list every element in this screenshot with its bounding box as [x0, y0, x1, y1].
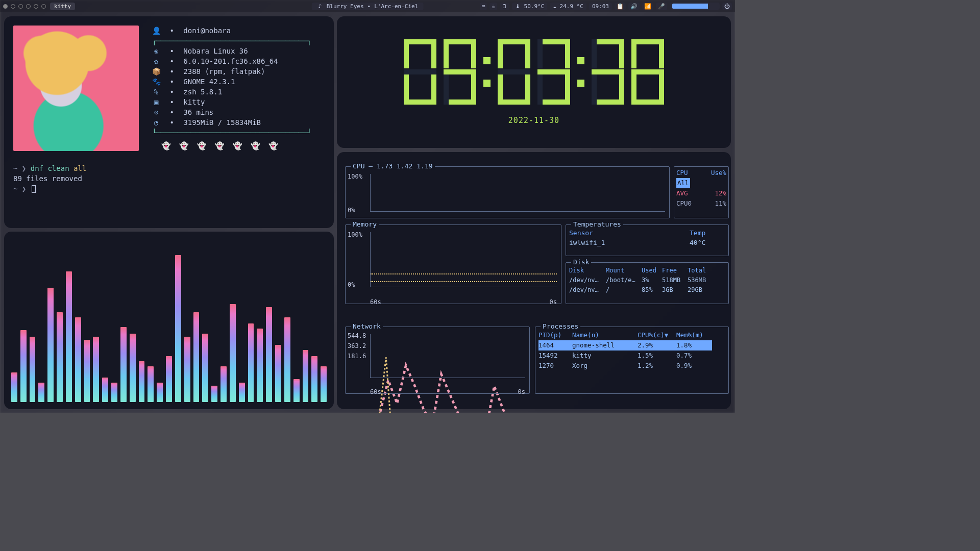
system-monitor-panel[interactable]: CPU — 1.73 1.42 1.19 100% 0% CPUUse% All…: [337, 152, 731, 409]
info-value: zsh 5.8.1: [183, 87, 222, 97]
weather-widget[interactable]: ☁ 24.9 °C: [550, 3, 586, 10]
terminal-panel[interactable]: 👤 • doni@nobara ┌───────────────────────…: [4, 16, 334, 228]
clock-panel: 2022-11-30: [337, 16, 731, 148]
disk-cell: 29GB: [688, 285, 713, 295]
clipboard-icon[interactable]: 📋: [615, 3, 626, 10]
cpu-table-row[interactable]: CPU011%: [676, 198, 726, 209]
temp-header: Sensor: [569, 228, 690, 238]
net-line-icon: [371, 334, 525, 413]
visualizer-bar: [130, 334, 136, 402]
info-value: 2388 (rpm, flatpak): [183, 66, 265, 77]
temp-sensor: iwlwifi_1: [569, 238, 690, 247]
info-icon: ❀: [152, 46, 160, 56]
proc-header[interactable]: Mem%(m): [676, 330, 712, 340]
workspace-switcher[interactable]: kitty: [3, 3, 75, 10]
proc-cell[interactable]: Xorg: [572, 361, 638, 371]
network-graph: [370, 334, 525, 378]
tray-icon[interactable]: 🗒: [500, 3, 509, 10]
proc-cell[interactable]: 1.8%: [676, 340, 712, 350]
proc-cell[interactable]: 15492: [538, 350, 572, 361]
volume-icon[interactable]: 🔊: [628, 3, 640, 10]
process-table-box[interactable]: Processes PID(p)Name(n)CPU%(c)▼Mem%(m)14…: [535, 327, 729, 394]
workspace-dot[interactable]: [3, 4, 8, 9]
proc-header[interactable]: CPU%(c)▼: [638, 330, 676, 340]
cpu-temp-widget[interactable]: 🌡 50.9°C: [512, 3, 547, 10]
proc-cell[interactable]: 1.2%: [638, 361, 676, 371]
shell-prompt-area[interactable]: ~ ❯ dnf clean all 89 files removed ~ ❯: [13, 163, 325, 194]
info-icon: ⊙: [152, 107, 160, 117]
proc-cell[interactable]: kitty: [572, 350, 638, 361]
media-sep: •: [368, 3, 371, 10]
proc-cell[interactable]: gnome-shell: [572, 340, 638, 350]
visualizer-bar: [248, 323, 254, 402]
visualizer-bar: [321, 366, 327, 402]
proc-cell[interactable]: 2.9%: [638, 340, 676, 350]
command-output: 89 files removed: [13, 173, 325, 184]
temperature-box: Temperatures Sensor Temp iwlwifi_1 40°C: [566, 224, 729, 256]
palette-ghost-icon: 👻: [161, 141, 171, 151]
proc-cell[interactable]: 0.7%: [676, 350, 712, 361]
clock-digits: [404, 39, 664, 105]
cpu-usage-box[interactable]: CPUUse% AllAVG12%CPU011%: [674, 166, 729, 218]
tray-icon[interactable]: ⌨: [480, 3, 487, 10]
visualizer-bar: [211, 386, 217, 402]
proc-header[interactable]: PID(p): [538, 330, 572, 340]
memory-chart-box: Memory 100% 0% 60s0s: [345, 224, 561, 304]
palette-ghost-icon: 👻: [268, 141, 278, 151]
visualizer-bar: [266, 307, 272, 402]
workspace-dot[interactable]: [41, 4, 46, 9]
disk-cell: 85%: [642, 285, 662, 295]
cpu-table-row[interactable]: All: [676, 178, 726, 188]
clock-digit: [537, 39, 570, 105]
proc-cell[interactable]: 1270: [538, 361, 572, 371]
active-app-label[interactable]: kitty: [50, 3, 75, 10]
palette-ghost-icon: 👻: [251, 141, 260, 151]
avatar-art: [13, 26, 139, 151]
visualizer-bar: [75, 317, 81, 402]
workspace-dot[interactable]: [11, 4, 15, 9]
info-value: GNOME 42.3.1: [183, 77, 235, 87]
visualizer-bar: [38, 383, 44, 402]
visualizer-bar: [66, 271, 72, 402]
info-icon: ✿: [152, 56, 160, 66]
proc-cell[interactable]: 1464: [538, 340, 572, 350]
disk-cell: /boot/e…: [606, 276, 642, 285]
battery-pill[interactable]: [670, 3, 720, 10]
y-axis-label: 0%: [348, 281, 355, 288]
mic-icon[interactable]: 🎤: [656, 3, 667, 10]
proc-cell[interactable]: 1.5%: [638, 350, 676, 361]
visualizer-bar: [139, 361, 145, 402]
visualizer-bar: [111, 383, 117, 402]
disk-header: Mount: [606, 266, 642, 276]
network-label: Network: [351, 322, 383, 330]
clock-widget[interactable]: 09:03: [589, 3, 612, 10]
prompt-prefix: ~ ❯: [13, 185, 31, 193]
proc-header[interactable]: Name(n): [572, 330, 638, 340]
workspace-dot[interactable]: [26, 4, 31, 9]
visualizer-bar: [175, 255, 181, 402]
workspace-dot[interactable]: [34, 4, 38, 9]
disk-header: Total: [688, 266, 713, 276]
disk-cell: 3GB: [662, 285, 688, 295]
cursor: [32, 185, 36, 193]
media-title: Blurry Eyes: [327, 3, 364, 10]
tray-icon[interactable]: ☕: [489, 3, 497, 10]
visualizer-bar: [57, 312, 63, 402]
y-axis-label: 100%: [348, 173, 362, 180]
memory-graph: [370, 232, 557, 287]
palette-ghost-icon: 👻: [197, 141, 207, 151]
top-bar: kitty ♪ Blurry Eyes • L'Arc-en-Ciel ⌨ ☕ …: [0, 0, 735, 12]
power-icon[interactable]: ⏻: [722, 3, 732, 10]
proc-cell[interactable]: 0.9%: [676, 361, 712, 371]
visualizer-bar: [102, 378, 108, 402]
media-widget[interactable]: ♪ Blurry Eyes • L'Arc-en-Ciel: [312, 3, 424, 10]
info-value: 6.0.10-201.fc36.x86_64: [183, 56, 278, 66]
visualizer-bar: [239, 383, 245, 402]
media-artist: L'Arc-en-Ciel: [374, 3, 418, 10]
workspace-dot[interactable]: [18, 4, 23, 9]
network-icon[interactable]: 📶: [642, 3, 653, 10]
cpu-chart-box: CPU — 1.73 1.42 1.19 100% 0%: [345, 166, 670, 218]
cpu-table-row[interactable]: AVG12%: [676, 188, 726, 198]
info-value: Nobara Linux 36: [183, 46, 248, 56]
visualizer-bar: [157, 383, 163, 402]
